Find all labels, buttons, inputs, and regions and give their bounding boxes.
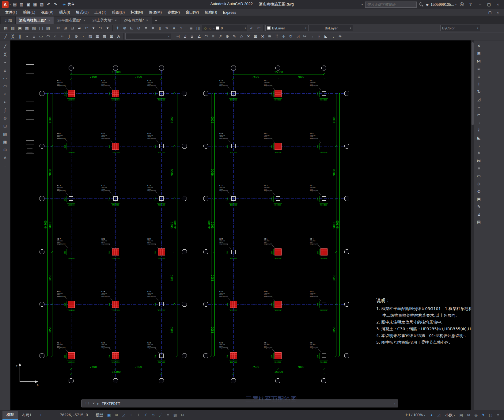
- dim-radius-icon[interactable]: ⌀: [189, 33, 195, 40]
- redo-caret-icon[interactable]: ▾: [104, 25, 111, 32]
- account-button[interactable]: ☻ 1505999135... ▾: [426, 2, 457, 7]
- point-icon[interactable]: ∙: [2, 162, 9, 169]
- polygon-icon[interactable]: ⌂: [31, 33, 37, 40]
- redo-icon[interactable]: ↷: [97, 25, 104, 32]
- explode-icon[interactable]: ✳: [337, 33, 343, 40]
- trim-icon[interactable]: ✂: [475, 111, 483, 118]
- table-icon[interactable]: ⊞: [2, 146, 9, 153]
- annotation-autoscale-icon[interactable]: ◿: [435, 412, 442, 418]
- undo-caret-icon[interactable]: ▾: [90, 25, 97, 32]
- match-properties-icon[interactable]: ▰: [76, 25, 83, 32]
- snap-mode-icon[interactable]: ⊞: [113, 412, 120, 418]
- array-icon[interactable]: ⠿: [273, 33, 280, 40]
- layer-properties-icon[interactable]: ≣: [188, 25, 195, 32]
- menu-item-8[interactable]: 修改(M): [146, 10, 165, 15]
- new-tab-button[interactable]: +: [152, 17, 161, 24]
- vertical-scrollbar[interactable]: [471, 40, 474, 410]
- plotstyle-dropdown[interactable]: ByColor ▾: [440, 25, 480, 31]
- annotation-scale-button[interactable]: 1:1 / 100% ▾: [403, 413, 427, 417]
- command-scroll-icon[interactable]: ›: [394, 401, 395, 406]
- dim-angular-icon[interactable]: ∠: [196, 33, 203, 40]
- command-bar[interactable]: ⋮⋮ × ▸ TEXTEDIT ›: [81, 399, 398, 407]
- pedit-icon[interactable]: ≡: [475, 165, 483, 172]
- menu-item-6[interactable]: 绘图(D): [109, 10, 127, 15]
- zoom-window-icon[interactable]: ⊡: [128, 25, 135, 32]
- drawing-canvas[interactable]: 1530075007800750078001530090009000900088…: [10, 40, 474, 410]
- dynamic-input-icon[interactable]: +: [127, 412, 135, 418]
- dim-edit-icon[interactable]: ✎: [231, 33, 238, 40]
- quick-properties-icon[interactable]: ▤: [458, 412, 465, 418]
- move-icon[interactable]: ✛: [280, 33, 287, 40]
- move-icon[interactable]: ✛: [475, 81, 483, 88]
- doc-tab-4[interactable]: 2#右剪力墙*×: [120, 17, 152, 24]
- erase-icon[interactable]: ✕: [475, 42, 483, 49]
- properties-palette-icon[interactable]: ≡: [142, 25, 149, 32]
- point-icon[interactable]: ∙: [80, 33, 87, 40]
- spline-icon[interactable]: ∫: [66, 33, 73, 40]
- center-mark-icon[interactable]: ⊕: [224, 33, 231, 40]
- lineweight-display-icon[interactable]: ≡: [164, 412, 171, 418]
- help-icon[interactable]: ?: [178, 25, 184, 32]
- open-icon[interactable]: ▥: [18, 1, 25, 8]
- publish-icon[interactable]: ▨: [45, 25, 51, 32]
- layer-states-icon[interactable]: ◫: [195, 25, 202, 32]
- redo-icon[interactable]: ↷: [52, 1, 59, 8]
- doc-tab-0[interactable]: 开始: [1, 17, 16, 24]
- offset-icon[interactable]: ≋: [266, 33, 273, 40]
- restore-button[interactable]: ▢: [485, 0, 493, 9]
- copy-icon[interactable]: ⊞: [475, 50, 483, 57]
- object-snap-tracking-icon[interactable]: ⋰: [157, 412, 164, 418]
- rotate-icon[interactable]: ↻: [475, 88, 483, 95]
- trim-icon[interactable]: ✂: [301, 33, 308, 40]
- dim-linear-icon[interactable]: ⊣: [175, 33, 181, 40]
- save-as-icon[interactable]: ▦: [32, 1, 38, 8]
- extend-icon[interactable]: →: [475, 119, 483, 126]
- command-prompt[interactable]: TEXTEDIT: [102, 401, 120, 406]
- mirror-icon[interactable]: ⋈: [259, 33, 266, 40]
- annotation-visibility-icon[interactable]: ▲: [428, 412, 435, 418]
- scale-icon[interactable]: ◿: [294, 33, 301, 40]
- dim-style-icon[interactable]: ◇: [475, 180, 483, 187]
- hatch-icon[interactable]: ▨: [2, 131, 9, 138]
- rectangle-icon[interactable]: ▭: [38, 33, 44, 40]
- construction-line-icon[interactable]: ╳: [9, 33, 16, 40]
- chamfer-icon[interactable]: ◣: [475, 134, 483, 141]
- polar-tracking-icon[interactable]: ∠: [142, 412, 149, 418]
- array-icon[interactable]: ⠿: [475, 73, 483, 80]
- command-close-icon[interactable]: ×: [93, 401, 95, 406]
- menu-item-10[interactable]: 窗口(W): [183, 10, 202, 15]
- units-button[interactable]: 小数 ▾: [443, 413, 457, 418]
- circle-icon[interactable]: ○: [2, 91, 9, 98]
- ortho-mode-icon[interactable]: ⊥: [135, 412, 142, 418]
- help-icon[interactable]: ?: [467, 1, 474, 8]
- polyline-icon[interactable]: ~: [24, 33, 30, 40]
- menu-item-12[interactable]: Express: [220, 10, 239, 15]
- menu-item-1[interactable]: 编辑(E): [20, 10, 38, 15]
- text-icon[interactable]: A: [2, 154, 9, 161]
- osnap-icon[interactable]: ⊙: [150, 412, 157, 418]
- explode-icon[interactable]: ✳: [475, 149, 483, 157]
- scale-icon[interactable]: ◿: [475, 96, 483, 103]
- customize-menu-icon[interactable]: ≡: [495, 412, 502, 418]
- graphics-performance-icon[interactable]: ↯: [480, 412, 487, 418]
- doc-tab-1[interactable]: 酒店商柱施工图*×: [16, 17, 54, 24]
- cad-drawing[interactable]: 1530075007800750078001530090009000900088…: [10, 40, 471, 410]
- copy-object-icon[interactable]: ⊞: [252, 33, 259, 40]
- leader-icon[interactable]: ↗: [217, 33, 224, 40]
- properties-icon[interactable]: ▤: [475, 218, 483, 225]
- layer-walk-icon[interactable]: ▣: [475, 195, 483, 202]
- menu-item-9[interactable]: 参数(P): [165, 10, 183, 15]
- rectangle-icon[interactable]: ▭: [475, 172, 483, 180]
- text-style-dropdown[interactable]: ▾: [125, 33, 171, 40]
- rotate-icon[interactable]: ↻: [287, 33, 294, 40]
- plot-icon[interactable]: ▧: [31, 25, 37, 32]
- layer-previous-icon[interactable]: ↶: [255, 25, 262, 32]
- erase-icon[interactable]: ✕: [245, 33, 252, 40]
- stretch-icon[interactable]: ↔: [475, 104, 483, 111]
- hatch-icon[interactable]: ▨: [87, 33, 94, 40]
- app-menu-caret-icon[interactable]: ▾: [9, 3, 11, 6]
- tab-close-icon[interactable]: ×: [83, 18, 85, 22]
- transparency-icon[interactable]: ▨: [172, 412, 179, 418]
- edit-text-icon[interactable]: ✎: [475, 203, 483, 210]
- undo-icon[interactable]: ↶: [45, 1, 52, 8]
